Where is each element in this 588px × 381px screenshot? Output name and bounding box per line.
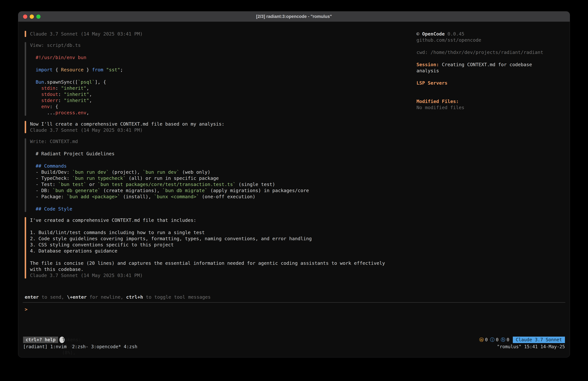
terminal-line: 1. Build/lint/test commands including ho… [30,229,385,236]
diagnostics-group: Ⓦ0ⓘ0ⓗ0 [477,337,509,343]
tmux-window-list[interactable]: [radiant] 1:nvim 2:zsh- 3:opencode* 4:zs… [23,344,137,350]
terminal-line: stdin: "inherit", [30,85,123,91]
text-segment [30,98,41,103]
text-segment: ## Commands [36,163,67,169]
tool-block-bar [25,42,26,116]
terminal-line: View: script/db.ts [30,42,123,48]
text-segment: Modified Files: [417,99,459,104]
text-segment: { [53,67,61,72]
terminal-line [30,157,309,163]
text-segment: (apply migrations) in packages/core [208,188,309,193]
text-segment: - Package: [30,194,67,199]
terminal-line [417,55,565,62]
warning-icon: Ⓦ [479,337,484,343]
text-segment: : [58,91,64,97]
hint-count: 0 [507,337,509,343]
text-segment: for newline, [87,294,126,300]
terminal-line: - Build/Dev: `bun run dev` (project), `b… [30,169,309,175]
text-segment: ], { [95,79,106,85]
chat-block-tool-write: Write: CONTEXT.md # Radiant Project Guid… [25,138,410,212]
text-segment: "inherit" [61,85,86,91]
text-segment: 0.0.45 [445,31,464,37]
text-segment: - Test: [30,182,58,187]
text-segment: `bunx <command>` [154,194,199,199]
text-segment: "inherit" [64,91,89,97]
text-segment: © [417,31,422,37]
status-bar-right: Ⓦ0ⓘ0ⓗ0 Claude 3.7 Sonnet [477,336,565,343]
text-segment [30,67,36,72]
text-segment: `bun test` [58,182,86,187]
message-accent-bar [25,31,26,37]
terminal-line: cwd: /home/thdxr/dev/projects/radiant/ra… [417,49,565,55]
terminal-line: 2. Code style guidelines covering import… [30,236,385,242]
zoom-button[interactable] [36,15,41,19]
prompt-input[interactable]: > [25,306,27,312]
window-titlebar[interactable]: [2/3] radiant:3:opencode - "romulus" [18,11,570,22]
text-segment: (one-off execution) [199,194,255,199]
warning-indicator: Ⓦ0 [479,337,488,343]
chat-block-message: Now I'll create a comprehensive CONTEXT.… [25,121,410,133]
chat-block-tool-view: View: script/db.ts #!/usr/bin/env bun im… [25,42,410,116]
tmux-session-info: "romulus" 15:41 14-May-25 [497,344,565,350]
terminal-line: ## Code Style [30,206,309,212]
terminal-line: 3. CSS styling conventions specific to t… [30,242,385,248]
text-segment: `psql` [78,79,95,85]
text-segment: OpenCode [422,31,445,37]
text-segment: , [89,91,92,97]
message-accent-bar [25,217,26,278]
block-lines: View: script/db.ts #!/usr/bin/env bun im… [30,42,123,116]
text-segment: Claude 3.7 Sonnet (14 May 2025 03:41 PM) [30,31,143,37]
text-segment: `bun db migrate` [163,188,208,193]
text-segment: github.com/sst/opencode [417,37,481,43]
text-segment: "sst" [106,67,120,72]
help-chip[interactable]: ctrl+? help [23,336,58,343]
text-segment: enter [25,294,39,300]
text-segment [30,91,41,97]
terminal-window: [2/3] radiant:3:opencode - "romulus" Cla… [18,11,570,358]
text-segment [30,104,41,109]
info-count: 0 [496,337,499,343]
text-segment: from [92,67,103,72]
text-segment: 1. Build/lint/test commands including ho… [30,230,205,235]
terminal-line: - DB: `bun db generate` (create migratio… [30,187,309,194]
keybind-help: enter to send, \+enter for newline, ctrl… [25,294,210,300]
text-segment: ... [30,110,55,115]
terminal-line: Bun.spawnSync([`psql`], { [30,79,123,85]
text-segment: Claude 3.7 Sonnet (14 May 2025 03:41 PM) [30,273,143,278]
terminal-line: Write: CONTEXT.md [30,138,309,144]
minimize-button[interactable] [30,15,34,19]
terminal-line [30,61,123,67]
terminal-line: - Test: `bun test` or `bun test packages… [30,181,309,187]
text-segment: to toggle tool messages [143,294,210,300]
terminal-line [417,92,565,98]
tokens-cost-chip: Tokens: 16.4K (8%), Cost: $0.12 [59,336,64,343]
terminal-content: Claude 3.7 Sonnet (14 May 2025 03:41 PM)… [18,22,570,357]
text-segment: ctrl+h [126,294,143,300]
terminal-line [417,43,565,49]
terminal-line [30,254,385,260]
text-segment: , [86,85,89,91]
text-segment: , [89,98,92,103]
model-badge[interactable]: Claude 3.7 Sonnet [513,336,565,343]
text-segment: (web only) [179,169,210,175]
text-segment: `bun run typecheck` [72,176,126,181]
text-segment: (project), [109,169,143,175]
text-segment [30,79,36,85]
text-segment: ; [120,67,123,72]
terminal-line: I've created a comprehensive CONTEXT.md … [30,217,385,223]
text-segment: 3. CSS styling conventions specific to t… [30,242,174,247]
terminal-line: analysis [417,68,565,74]
terminal-line: github.com/sst/opencode [417,37,565,43]
text-segment: to send, [39,294,67,300]
terminal-line [417,74,565,80]
text-segment: stdout [41,91,58,97]
chat-block-message-header: Claude 3.7 Sonnet (14 May 2025 03:41 PM) [25,31,410,37]
text-segment: : [55,85,61,91]
warning-count: 0 [485,337,488,343]
terminal-line: No modified files [417,104,565,111]
terminal-line: - TypeCheck: `bun run typecheck` (all) o… [30,175,309,181]
terminal-line: LSP Servers [417,80,565,86]
text-segment: } [84,67,92,72]
text-segment: : [58,98,64,103]
close-button[interactable] [23,15,27,19]
